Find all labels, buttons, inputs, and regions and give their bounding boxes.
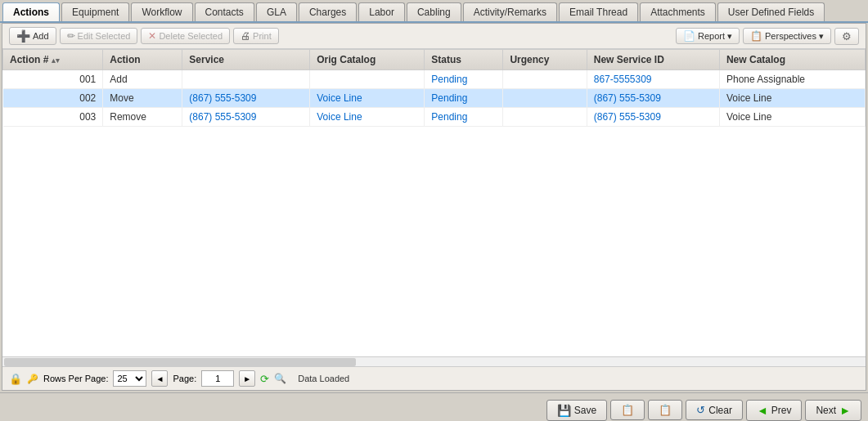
table-cell: 867-5555309 [587, 70, 719, 89]
report-dropdown-icon: ▾ [727, 31, 732, 42]
table-cell [503, 70, 587, 89]
table-cell: Voice Line [719, 108, 865, 127]
next-button[interactable]: Next ► [805, 400, 861, 421]
tab-contacts[interactable]: Contacts [195, 2, 254, 21]
bottom-bar: 💾 Save 📋 📋 ↺ Clear ◄ Prev Next ► [0, 392, 868, 421]
print-icon: 🖨 [241, 30, 250, 42]
edit-icon: ✏ [67, 30, 75, 42]
perspectives-dropdown-icon: ▾ [819, 31, 824, 42]
tab-user-defined-fields[interactable]: User Defined Fields [717, 2, 825, 21]
next-icon: ► [839, 404, 851, 417]
tab-charges[interactable]: Charges [299, 2, 357, 21]
add-icon: ➕ [16, 29, 30, 43]
table-cell: Voice Line [310, 108, 425, 127]
tab-cabling[interactable]: Cabling [407, 2, 461, 21]
paste-button[interactable]: 📋 [648, 400, 682, 420]
col-header-new-catalog[interactable]: New Catalog [719, 50, 865, 70]
table-cell: 002 [3, 89, 103, 108]
delete-icon: ✕ [148, 30, 156, 42]
actions-table: Action # ▴▾ Action Service Orig Catalog … [2, 49, 866, 127]
table-cell: (867) 555-5309 [182, 108, 310, 127]
refresh-icon[interactable]: ⟳ [260, 373, 269, 385]
table-cell: Voice Line [719, 89, 865, 108]
data-status: Data Loaded [298, 374, 349, 383]
gear-button[interactable]: ⚙ [834, 28, 859, 45]
lock-icon: 🔒 [9, 373, 22, 385]
col-header-service[interactable]: Service [182, 50, 310, 70]
rows-per-page-select[interactable]: 25 50 100 [113, 370, 146, 387]
table-cell [182, 70, 310, 89]
gear-icon: ⚙ [842, 30, 852, 43]
table-cell: Pending [425, 89, 503, 108]
print-button[interactable]: 🖨 Print [233, 28, 279, 44]
tab-workflow[interactable]: Workflow [131, 2, 192, 21]
delete-selected-button[interactable]: ✕ Delete Selected [141, 28, 230, 44]
tab-gla[interactable]: GLA [256, 2, 297, 21]
edit-selected-button[interactable]: ✏ Edit Selected [60, 28, 138, 44]
save-icon: 💾 [557, 404, 571, 417]
table-cell: (867) 555-5309 [587, 89, 719, 108]
col-header-urgency[interactable]: Urgency [503, 50, 587, 70]
prev-page-button[interactable]: ◄ [151, 370, 168, 387]
table-cell: (867) 555-5309 [587, 108, 719, 127]
page-input[interactable] [201, 370, 234, 387]
search-icon[interactable]: 🔍 [274, 373, 286, 384]
report-button[interactable]: 📄 Report ▾ [676, 28, 740, 44]
sort-icon: ▴▾ [52, 56, 60, 65]
clear-icon: ↺ [696, 404, 705, 416]
tab-equipment[interactable]: Equipment [61, 2, 129, 21]
clear-button[interactable]: ↺ Clear [686, 400, 743, 420]
table-cell: 001 [3, 70, 103, 89]
tab-attachments[interactable]: Attachments [640, 2, 716, 21]
prev-button[interactable]: ◄ Prev [746, 400, 803, 421]
table-cell: Phone Assignable [719, 70, 865, 89]
table-row[interactable]: 001AddPending867-5555309Phone Assignable [3, 70, 866, 89]
save-button[interactable]: 💾 Save [546, 400, 607, 421]
tab-activity-remarks[interactable]: Activity/Remarks [463, 2, 557, 21]
toolbar: ➕ Add ✏ Edit Selected ✕ Delete Selected … [2, 24, 866, 49]
table-cell: 003 [3, 108, 103, 127]
prev-icon: ◄ [757, 404, 768, 417]
col-header-orig-catalog[interactable]: Orig Catalog [310, 50, 425, 70]
report-icon: 📄 [683, 30, 695, 42]
table-cell: Pending [425, 70, 503, 89]
table-row[interactable]: 003Remove(867) 555-5309Voice LinePending… [3, 108, 866, 127]
tab-email-thread[interactable]: Email Thread [559, 2, 638, 21]
next-page-button[interactable]: ► [239, 370, 255, 387]
col-header-status[interactable]: Status [425, 50, 503, 70]
tab-labor[interactable]: Labor [358, 2, 405, 21]
copy-button[interactable]: 📋 [610, 400, 645, 420]
page-label: Page: [173, 374, 196, 383]
col-header-action[interactable]: Action [103, 50, 182, 70]
main-area: ➕ Add ✏ Edit Selected ✕ Delete Selected … [2, 23, 866, 391]
table-cell [503, 108, 587, 127]
perspectives-icon: 📋 [750, 30, 762, 42]
table-cell: (867) 555-5309 [182, 89, 310, 108]
table-container: Action # ▴▾ Action Service Orig Catalog … [2, 49, 866, 356]
horizontal-scrollbar[interactable] [2, 356, 866, 366]
table-cell [503, 89, 587, 108]
table-cell: Add [103, 70, 182, 89]
tab-actions[interactable]: Actions [2, 2, 60, 21]
col-header-new-service-id[interactable]: New Service ID [587, 50, 719, 70]
table-cell: Move [103, 89, 182, 108]
scrollbar-thumb[interactable] [4, 358, 356, 366]
copy-icon: 📋 [621, 404, 634, 416]
table-cell: Pending [425, 108, 503, 127]
table-cell: Voice Line [310, 89, 425, 108]
key-icon: 🔑 [27, 374, 38, 384]
table-row[interactable]: 002Move(867) 555-5309Voice LinePending(8… [3, 89, 866, 108]
table-cell: Remove [103, 108, 182, 127]
pagination-bar: 🔒 🔑 Rows Per Page: 25 50 100 ◄ Page: ► ⟳… [2, 366, 866, 390]
table-header-row: Action # ▴▾ Action Service Orig Catalog … [3, 50, 866, 70]
rows-per-page-label: Rows Per Page: [43, 374, 108, 383]
add-button[interactable]: ➕ Add [9, 27, 56, 45]
paste-icon: 📋 [659, 404, 672, 416]
col-header-action-num[interactable]: Action # ▴▾ [3, 50, 103, 70]
table-cell [310, 70, 425, 89]
perspectives-button[interactable]: 📋 Perspectives ▾ [743, 28, 831, 44]
tabs-bar: Actions Equipment Workflow Contacts GLA … [0, 0, 868, 23]
